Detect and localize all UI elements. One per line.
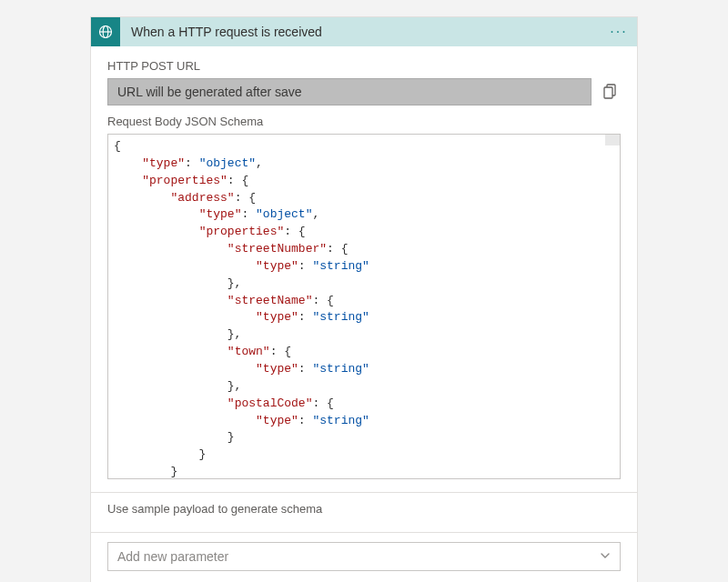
divider: [91, 532, 637, 533]
http-url-field: URL will be generated after save: [107, 78, 592, 105]
copy-url-button[interactable]: [601, 82, 621, 102]
more-menu-button[interactable]: ···: [606, 17, 632, 46]
use-sample-payload-link[interactable]: Use sample payload to generate schema: [107, 493, 621, 519]
svg-rect-4: [604, 87, 612, 98]
scrollbar-hint: [605, 135, 620, 146]
card-body: HTTP POST URL URL will be generated afte…: [91, 46, 637, 582]
card-header[interactable]: When a HTTP request is received ···: [91, 17, 637, 46]
schema-editor[interactable]: { "type": "object", "properties": { "add…: [107, 134, 621, 479]
globe-icon: [91, 17, 120, 46]
add-parameter-placeholder: Add new parameter: [117, 549, 228, 564]
http-url-label: HTTP POST URL: [107, 59, 621, 73]
http-url-row: URL will be generated after save: [107, 78, 621, 105]
schema-label: Request Body JSON Schema: [107, 115, 621, 128]
chevron-down-icon: [600, 549, 611, 564]
trigger-card: When a HTTP request is received ··· HTTP…: [90, 16, 638, 582]
card-title: When a HTTP request is received: [120, 25, 322, 39]
add-parameter-dropdown[interactable]: Add new parameter: [107, 542, 621, 571]
